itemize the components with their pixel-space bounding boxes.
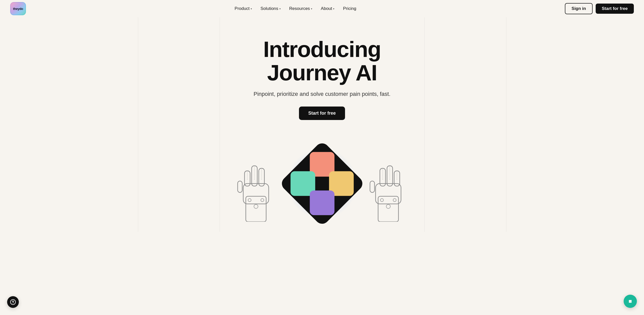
resources-chevron-icon: ▾ <box>311 7 312 10</box>
help-icon <box>10 299 16 305</box>
logo-text: theydo <box>13 7 23 11</box>
nav-solutions[interactable]: Solutions ▾ <box>257 4 284 13</box>
svg-point-25 <box>13 301 13 301</box>
start-free-nav-button[interactable]: Start for free <box>596 4 634 14</box>
signin-button[interactable]: Sign in <box>565 3 593 14</box>
chat-widget[interactable]: ■ <box>624 295 637 308</box>
hero-title-line2: Journey AI <box>267 60 377 85</box>
nav-center: Product ▾ Solutions ▾ Resources ▾ About … <box>231 4 360 13</box>
robot-hand-left-svg <box>228 145 284 222</box>
main-content: Introducing Journey AI Pinpoint, priorit… <box>0 0 644 232</box>
svg-point-10 <box>261 199 264 202</box>
product-chevron-icon: ▾ <box>251 7 252 10</box>
vert-line-1 <box>138 17 138 232</box>
svg-point-22 <box>380 199 383 202</box>
logo[interactable]: theydo <box>10 2 26 15</box>
nav-resources-label: Resources <box>289 6 310 11</box>
hero-section: Introducing Journey AI Pinpoint, priorit… <box>0 17 644 232</box>
hero-subtitle: Pinpoint, prioritize and solve customer … <box>253 91 390 97</box>
illustration-area <box>208 135 437 222</box>
vert-line-4 <box>506 17 506 232</box>
svg-rect-13 <box>376 184 401 204</box>
nav-pricing[interactable]: Pricing <box>339 4 360 13</box>
logo-badge: theydo <box>10 2 26 15</box>
svg-point-21 <box>393 199 396 202</box>
nav-solutions-label: Solutions <box>261 6 278 11</box>
diamond-cell-purple <box>310 190 334 215</box>
chat-icon: ■ <box>628 298 632 305</box>
solutions-chevron-icon: ▾ <box>279 7 281 10</box>
hero-start-button[interactable]: Start for free <box>299 107 345 120</box>
diamond-grid <box>279 140 365 227</box>
svg-point-11 <box>254 204 258 208</box>
hero-title-line1: Introducing <box>263 37 381 62</box>
diamond-icon-container <box>284 145 360 222</box>
svg-rect-12 <box>378 196 398 222</box>
nav-about[interactable]: About ▾ <box>317 4 338 13</box>
nav-pricing-label: Pricing <box>343 6 356 11</box>
svg-rect-0 <box>246 196 266 222</box>
robot-hand-left <box>228 145 284 222</box>
about-chevron-icon: ▾ <box>333 7 334 10</box>
robot-hand-right-svg <box>360 145 416 222</box>
nav-resources[interactable]: Resources ▾ <box>286 4 316 13</box>
robot-hand-right <box>360 145 416 222</box>
nav-product-label: Product <box>235 6 250 11</box>
svg-rect-5 <box>238 181 242 192</box>
svg-rect-1 <box>243 184 269 204</box>
hero-title: Introducing Journey AI <box>263 38 381 85</box>
nav-right: Sign in Start for free <box>565 3 634 14</box>
navbar: theydo Product ▾ Solutions ▾ Resources ▾… <box>0 0 644 17</box>
help-widget[interactable] <box>7 296 19 308</box>
nav-about-label: About <box>321 6 332 11</box>
nav-product[interactable]: Product ▾ <box>231 4 255 13</box>
svg-point-23 <box>386 204 390 208</box>
svg-rect-17 <box>370 181 375 192</box>
svg-point-9 <box>248 199 251 202</box>
